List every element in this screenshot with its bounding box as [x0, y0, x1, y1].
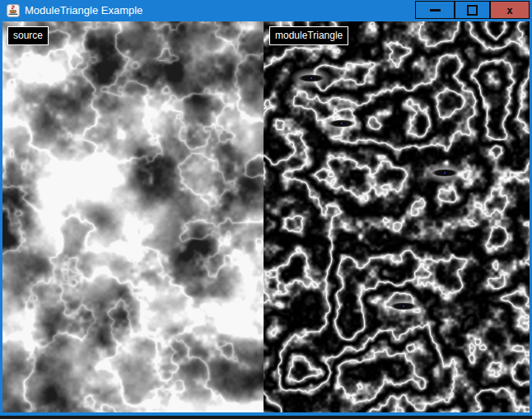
source-texture-image	[2, 21, 264, 412]
minimize-icon	[430, 9, 441, 12]
maximize-icon	[467, 5, 478, 16]
minimize-button[interactable]	[415, 1, 455, 19]
java-coffee-cup-icon[interactable]	[7, 4, 20, 17]
window-bottom-shadow	[0, 416, 532, 419]
source-label: source	[7, 26, 49, 45]
content-area: source moduleTriangle	[0, 21, 532, 416]
app-window: ModuleTriangle Example x source moduleTr…	[0, 0, 532, 416]
moduletriangle-texture-image	[264, 21, 530, 412]
titlebar[interactable]: ModuleTriangle Example x	[0, 0, 532, 21]
window-title: ModuleTriangle Example	[25, 0, 142, 21]
close-button[interactable]: x	[490, 1, 530, 19]
maximize-button[interactable]	[455, 1, 490, 19]
source-panel: source	[2, 21, 264, 412]
moduletriangle-panel: moduleTriangle	[264, 21, 530, 412]
moduletriangle-label: moduleTriangle	[269, 26, 348, 45]
window-controls: x	[415, 0, 530, 21]
close-icon: x	[506, 5, 513, 16]
